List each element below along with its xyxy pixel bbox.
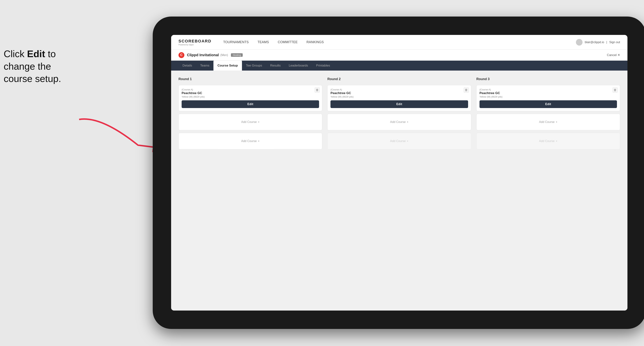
tab-printables[interactable]: Printables <box>312 61 334 71</box>
round-1-course-name: Peachtree GC <box>182 91 319 95</box>
round-1-plus-icon-2: + <box>258 140 260 143</box>
round-2-course-card: 🗑 (Course A) Peachtree GC Yellow (M) (66… <box>327 85 471 111</box>
round-3-add-course-2-label: Add Course+ <box>539 140 557 143</box>
round-1-plus-icon-1: + <box>258 120 260 124</box>
rounds-grid: Round 1 🗑 (Course A) Peachtree GC Yellow… <box>178 77 620 149</box>
round-2-add-course-2-label: Add Course+ <box>390 140 408 143</box>
tab-bar: Details Teams Course Setup Tee Groups Re… <box>171 61 628 71</box>
main-content: Round 1 🗑 (Course A) Peachtree GC Yellow… <box>171 71 628 311</box>
round-3-title: Round 3 <box>476 77 620 81</box>
user-email: blair@clippd.io <box>585 41 604 44</box>
round-3-add-course-2: Add Course+ <box>476 133 620 149</box>
tab-teams[interactable]: Teams <box>196 61 214 71</box>
round-2-add-course-1-label: Add Course+ <box>390 120 408 124</box>
tab-tee-groups[interactable]: Tee Groups <box>242 61 266 71</box>
round-1-add-course-1[interactable]: Add Course+ <box>178 114 322 130</box>
round-3-plus-icon-2: + <box>556 140 557 143</box>
round-3-delete-button[interactable]: 🗑 <box>612 87 618 93</box>
powered-by: Powered by clippd <box>178 44 212 46</box>
round-3-course-details: Yellow (M) (6629 yds) <box>480 95 617 98</box>
cancel-button[interactable]: Cancel ✕ <box>607 53 620 57</box>
nav-tournaments[interactable]: TOURNAMENTS <box>219 35 253 50</box>
round-3-add-course-1[interactable]: Add Course+ <box>476 114 620 130</box>
edit-bold: Edit <box>27 48 45 59</box>
round-1-title: Round 1 <box>178 77 322 81</box>
instruction-text: Click Edit to change the course setup. <box>4 48 61 85</box>
round-1-edit-button[interactable]: Edit <box>182 100 319 108</box>
round-2-add-course-2: Add Course+ <box>327 133 471 149</box>
nav-separator: | <box>606 41 607 44</box>
round-2-course-details: Yellow (M) (6629 yds) <box>330 95 468 98</box>
round-2-column: Round 2 🗑 (Course A) Peachtree GC Yellow… <box>327 77 471 149</box>
round-1-course-label: (Course A) <box>182 88 319 91</box>
round-3-add-course-1-label: Add Course+ <box>539 120 557 124</box>
round-2-edit-button[interactable]: Edit <box>330 100 468 108</box>
sub-header: C Clippd Invitational (Men) Hosting Canc… <box>171 50 628 61</box>
round-1-add-course-1-label: Add Course+ <box>241 120 260 124</box>
round-2-course-label: (Course A) <box>330 88 468 91</box>
sign-out-link[interactable]: Sign out <box>609 41 620 44</box>
round-2-plus-icon-2: + <box>407 140 408 143</box>
nav-rankings[interactable]: RANKINGS <box>302 35 328 50</box>
tournament-gender: (Men) <box>220 53 228 57</box>
tab-results[interactable]: Results <box>266 61 285 71</box>
round-3-column: Round 3 🗑 (Course A) Peachtree GC Yellow… <box>476 77 620 149</box>
tablet-device: SCOREBOARD Powered by clippd TOURNAMENTS… <box>153 16 644 329</box>
user-avatar <box>576 39 582 46</box>
nav-committee[interactable]: COMMITTEE <box>274 35 302 50</box>
tablet-screen: SCOREBOARD Powered by clippd TOURNAMENTS… <box>171 35 628 311</box>
tab-leaderboards[interactable]: Leaderboards <box>285 61 312 71</box>
round-2-plus-icon-1: + <box>407 120 408 124</box>
logo-area: SCOREBOARD Powered by clippd <box>178 39 212 46</box>
round-1-course-card: 🗑 (Course A) Peachtree GC Yellow (M) (66… <box>178 85 322 111</box>
top-nav: SCOREBOARD Powered by clippd TOURNAMENTS… <box>171 35 628 50</box>
round-3-course-card: 🗑 (Course A) Peachtree GC Yellow (M) (66… <box>476 85 620 111</box>
scoreboard-logo: SCOREBOARD <box>178 39 212 43</box>
round-1-add-course-2[interactable]: Add Course+ <box>178 133 322 149</box>
nav-links: TOURNAMENTS TEAMS COMMITTEE RANKINGS <box>219 35 576 50</box>
round-3-course-label: (Course A) <box>480 88 617 91</box>
round-1-course-details: Yellow (M) (6629 yds) <box>182 95 319 98</box>
nav-user: blair@clippd.io | Sign out <box>576 39 620 46</box>
round-2-add-course-1[interactable]: Add Course+ <box>327 114 471 130</box>
tournament-logo-icon: C <box>178 52 184 58</box>
round-3-edit-button[interactable]: Edit <box>480 100 617 108</box>
round-2-course-name: Peachtree GC <box>330 91 468 95</box>
hosting-badge: Hosting <box>231 53 243 57</box>
tournament-name: Clippd Invitational <box>187 53 219 57</box>
round-2-title: Round 2 <box>327 77 471 81</box>
round-1-delete-button[interactable]: 🗑 <box>315 87 320 93</box>
round-1-column: Round 1 🗑 (Course A) Peachtree GC Yellow… <box>178 77 322 149</box>
tab-course-setup[interactable]: Course Setup <box>214 61 242 71</box>
round-3-plus-icon-1: + <box>556 120 557 124</box>
tab-details[interactable]: Details <box>178 61 196 71</box>
round-2-delete-button[interactable]: 🗑 <box>464 87 469 93</box>
nav-teams[interactable]: TEAMS <box>253 35 274 50</box>
round-3-course-name: Peachtree GC <box>480 91 617 95</box>
round-1-add-course-2-label: Add Course+ <box>241 140 260 143</box>
